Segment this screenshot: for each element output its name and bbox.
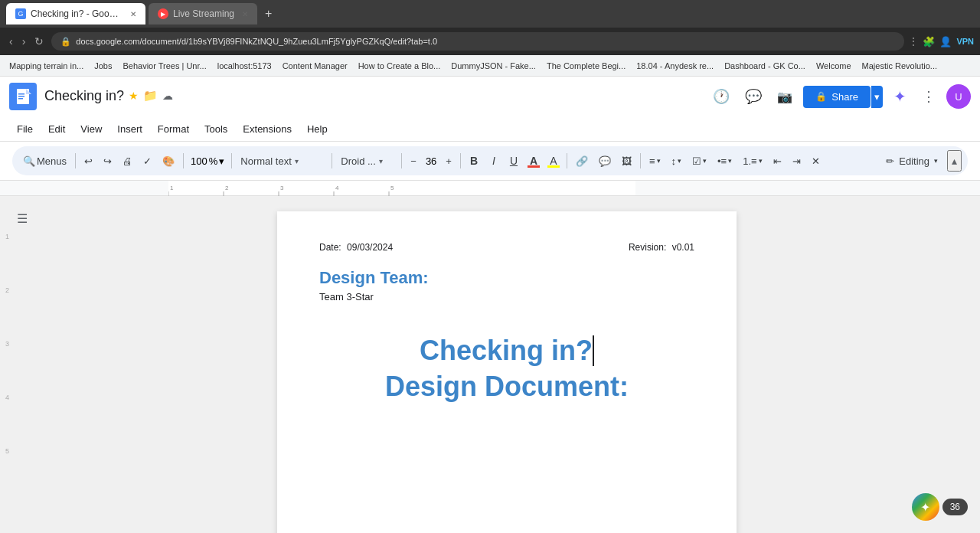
numbered-list-button[interactable]: 1.≡▾ bbox=[738, 152, 766, 170]
toolbar-collapse-button[interactable]: ▴ bbox=[947, 150, 962, 172]
style-dropdown-icon: ▾ bbox=[295, 157, 299, 165]
date-field: Date: 09/03/2024 bbox=[319, 242, 393, 253]
bookmark-4[interactable]: localhost:5173 bbox=[213, 59, 276, 73]
toolbar-separator-3 bbox=[231, 153, 232, 168]
indent-increase-button[interactable]: ⇥ bbox=[788, 152, 805, 170]
history-icon[interactable]: 🕐 bbox=[708, 83, 734, 110]
line-spacing-dropdown: ▾ bbox=[678, 157, 681, 165]
extensions-icon[interactable]: 🧩 bbox=[923, 36, 935, 47]
undo-button[interactable]: ↩ bbox=[80, 152, 97, 170]
font-size-increase[interactable]: + bbox=[441, 152, 456, 170]
underline-icon: U bbox=[510, 155, 518, 167]
redo-button[interactable]: ↪ bbox=[99, 152, 116, 170]
zoom-control[interactable]: 100% ▾ bbox=[188, 154, 227, 168]
meet-icon[interactable]: 📷 bbox=[773, 85, 797, 109]
bookmark-6[interactable]: How to Create a Blo... bbox=[354, 59, 446, 73]
main-title-line1[interactable]: Checking in? bbox=[319, 333, 694, 369]
menu-extensions[interactable]: Extensions bbox=[235, 120, 299, 138]
style-select[interactable]: Normal text ▾ bbox=[236, 152, 328, 170]
date-value: 09/03/2024 bbox=[347, 242, 393, 253]
nav-refresh-btn[interactable]: ↻ bbox=[31, 34, 47, 49]
link-button[interactable]: 🔗 bbox=[571, 152, 593, 170]
star-icon[interactable]: ★ bbox=[129, 90, 139, 102]
browser-menu-icon[interactable]: ⋮ bbox=[909, 36, 918, 47]
underline-button[interactable]: U bbox=[505, 152, 523, 170]
bookmark-9[interactable]: 18.04 - Anydesk re... bbox=[632, 59, 718, 73]
folder-icon[interactable]: 📁 bbox=[143, 89, 158, 103]
bookmark-5[interactable]: Content Manager bbox=[278, 59, 352, 73]
bookmark-8[interactable]: The Complete Begi... bbox=[542, 59, 630, 73]
bookmark-11[interactable]: Welcome bbox=[812, 59, 856, 73]
editing-mode-button[interactable]: ✏ Editing ▾ bbox=[878, 152, 946, 170]
numbered-list-icon: 1.≡ bbox=[743, 155, 756, 167]
gemini-icon[interactable]: ✦ bbox=[889, 83, 911, 110]
chat-icon[interactable]: 💬 bbox=[740, 83, 766, 110]
outline-toggle[interactable]: ☰ bbox=[17, 211, 28, 226]
editing-label: Editing bbox=[899, 155, 929, 167]
url-bar[interactable]: 🔒 docs.google.com/document/d/1b9sYBVj89F… bbox=[51, 32, 904, 51]
text-color-button[interactable]: A bbox=[524, 152, 543, 170]
menu-insert[interactable]: Insert bbox=[109, 120, 150, 138]
toolbar-separator-7 bbox=[567, 153, 567, 168]
active-tab[interactable]: G Checking in? - Google Docs ✕ bbox=[6, 3, 145, 25]
address-bar: ‹ › ↻ 🔒 docs.google.com/document/d/1b9sY… bbox=[0, 28, 980, 55]
checklist-button[interactable]: ☑▾ bbox=[688, 152, 711, 170]
comment-icon: 💬 bbox=[599, 155, 611, 167]
font-size-decrease[interactable]: − bbox=[406, 152, 421, 170]
clear-format-button[interactable]: ✕ bbox=[807, 152, 825, 170]
spellcheck-button[interactable]: ✓ bbox=[139, 152, 156, 170]
profile-icon[interactable]: 👤 bbox=[939, 36, 952, 47]
bookmark-12[interactable]: Majestic Revolutio... bbox=[858, 59, 942, 73]
user-avatar[interactable]: U bbox=[946, 84, 971, 109]
menu-help[interactable]: Help bbox=[299, 120, 335, 138]
bookmark-1[interactable]: Mapping terrain in... bbox=[5, 59, 88, 73]
font-select[interactable]: Droid ... ▾ bbox=[336, 152, 397, 170]
cloud-icon[interactable]: ☁ bbox=[162, 90, 173, 102]
comment-button[interactable]: 💬 bbox=[594, 152, 616, 170]
italic-button[interactable]: I bbox=[485, 152, 503, 170]
document-page[interactable]: Date: 09/03/2024 Revision: v0.01 Design … bbox=[277, 211, 737, 533]
image-button[interactable]: 🖼 bbox=[617, 152, 636, 170]
new-tab-button[interactable]: + bbox=[260, 7, 276, 21]
svg-text:2: 2 bbox=[225, 185, 229, 191]
bookmark-7[interactable]: DummyJSON - Fake... bbox=[446, 59, 541, 73]
outline-panel: ☰ bbox=[11, 196, 34, 533]
inactive-tab[interactable]: ▶ Live Streaming ✕ bbox=[149, 3, 257, 25]
line-spacing-button[interactable]: ↕▾ bbox=[667, 152, 687, 170]
svg-text:1: 1 bbox=[170, 185, 174, 191]
text-cursor bbox=[593, 335, 594, 366]
menus-button[interactable]: 🔍 Menus bbox=[18, 152, 71, 170]
nav-forward-btn[interactable]: › bbox=[19, 34, 29, 49]
inactive-tab-close[interactable]: ✕ bbox=[242, 10, 248, 18]
bullet-list-dropdown: ▾ bbox=[728, 157, 732, 165]
more-options-icon[interactable]: ⋮ bbox=[917, 83, 940, 110]
font-size-value[interactable]: 36 bbox=[423, 155, 439, 167]
zoom-dropdown-icon[interactable]: ▾ bbox=[219, 155, 224, 167]
nav-back-btn[interactable]: ‹ bbox=[6, 34, 16, 49]
bold-button[interactable]: B bbox=[465, 152, 483, 170]
word-count-badge[interactable]: 36 bbox=[942, 499, 968, 515]
doc-title[interactable]: Checking in? bbox=[44, 88, 124, 104]
indent-decrease-button[interactable]: ⇤ bbox=[769, 152, 786, 170]
paint-format-button[interactable]: 🎨 bbox=[158, 152, 179, 170]
share-dropdown-btn[interactable]: ▾ bbox=[871, 86, 883, 108]
highlight-button[interactable]: A bbox=[544, 152, 563, 170]
sidebar-numbers: 1 2 3 4 5 bbox=[0, 196, 11, 533]
bookmark-10[interactable]: Dashboard - GK Co... bbox=[720, 59, 810, 73]
tab-close-btn[interactable]: ✕ bbox=[130, 10, 136, 18]
revision-field: Revision: v0.01 bbox=[629, 242, 694, 253]
print-button[interactable]: 🖨 bbox=[118, 152, 137, 170]
checklist-dropdown: ▾ bbox=[703, 157, 707, 165]
docs-title-area: Checking in? ★ 📁 ☁ bbox=[44, 88, 701, 106]
bullet-list-button[interactable]: •≡▾ bbox=[713, 152, 737, 170]
menu-file[interactable]: File bbox=[9, 120, 41, 138]
bookmark-3[interactable]: Behavior Trees | Unr... bbox=[118, 59, 211, 73]
menu-format[interactable]: Format bbox=[150, 120, 197, 138]
align-button[interactable]: ≡▾ bbox=[645, 152, 665, 170]
menu-edit[interactable]: Edit bbox=[41, 120, 73, 138]
menu-tools[interactable]: Tools bbox=[197, 120, 235, 138]
gemini-fab-button[interactable]: ✦ bbox=[912, 493, 939, 521]
bookmark-2[interactable]: Jobs bbox=[90, 59, 116, 73]
share-button[interactable]: 🔒 Share bbox=[803, 86, 871, 108]
menu-view[interactable]: View bbox=[73, 120, 109, 138]
